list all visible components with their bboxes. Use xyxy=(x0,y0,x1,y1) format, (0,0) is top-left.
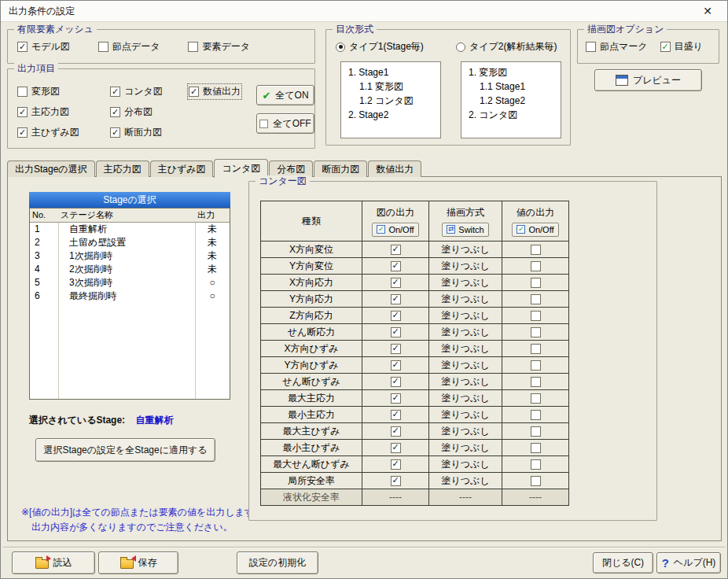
tab-0[interactable]: 出力Stageの選択 xyxy=(7,160,95,177)
checkbox[interactable] xyxy=(391,426,401,437)
checkbox-item[interactable]: 分布図 xyxy=(110,105,163,119)
checkbox-item[interactable]: 数値出力 xyxy=(189,85,241,98)
tab-2[interactable]: 主ひずみ図 xyxy=(150,160,214,177)
contour-draw-style-cell[interactable]: 塗りつぶし xyxy=(429,440,502,456)
stage-row[interactable]: 2土留め壁設置未 xyxy=(30,236,230,249)
checkbox[interactable] xyxy=(391,377,401,387)
checkbox[interactable] xyxy=(98,42,108,52)
stage-row[interactable]: 31次掘削時未 xyxy=(30,249,230,263)
stage-row[interactable]: 1自重解析未 xyxy=(30,223,230,236)
radio-icon[interactable] xyxy=(456,42,465,52)
checkbox[interactable] xyxy=(531,245,541,255)
checkbox[interactable] xyxy=(531,426,541,437)
checkbox[interactable] xyxy=(189,87,199,97)
tab-6[interactable]: 数値出力 xyxy=(368,160,421,177)
checkbox[interactable] xyxy=(531,360,541,371)
checkbox[interactable] xyxy=(17,127,28,138)
contour-draw-style-cell[interactable]: 塗りつぶし xyxy=(429,341,502,357)
checkbox[interactable] xyxy=(531,459,541,470)
checkbox[interactable] xyxy=(17,42,28,52)
contour-draw-style-cell[interactable]: 塗りつぶし xyxy=(429,275,502,291)
checkbox[interactable] xyxy=(391,327,401,337)
checkbox-item[interactable]: コンタ図 xyxy=(110,85,163,98)
checkbox[interactable] xyxy=(391,443,401,453)
contour-draw-style-cell[interactable]: 塗りつぶし xyxy=(429,390,502,407)
tab-1[interactable]: 主応力図 xyxy=(96,160,149,177)
draw-style-switch-button[interactable]: Switch xyxy=(442,223,488,237)
checkbox-item[interactable]: 節点マーク xyxy=(586,40,648,53)
contour-draw-style-cell[interactable]: 塗りつぶし xyxy=(429,374,502,390)
checkbox[interactable] xyxy=(110,127,120,138)
stage-row[interactable]: 53次掘削時○ xyxy=(30,276,230,290)
checkbox[interactable] xyxy=(110,87,120,97)
checkbox[interactable] xyxy=(391,311,401,321)
checkbox-item[interactable]: モデル図 xyxy=(17,40,70,53)
contour-draw-style-cell[interactable]: 塗りつぶし xyxy=(429,423,502,440)
checkbox[interactable] xyxy=(531,311,541,321)
load-button[interactable]: 読込 xyxy=(12,551,95,574)
contour-draw-style-cell[interactable]: 塗りつぶし xyxy=(429,357,502,374)
contour-draw-style-cell[interactable]: 塗りつぶし xyxy=(429,473,502,489)
toc-type1-radio[interactable]: タイプ1(Stage毎) xyxy=(336,40,424,53)
checkbox[interactable] xyxy=(188,42,198,52)
reset-settings-button[interactable]: 設定の初期化 xyxy=(237,551,318,574)
help-button[interactable]: ? ヘルプ(H) xyxy=(656,552,721,573)
checkbox[interactable] xyxy=(391,294,401,304)
toc-type2-radio[interactable]: タイプ2(解析結果毎) xyxy=(456,40,557,53)
checkbox[interactable] xyxy=(531,294,541,304)
checkbox[interactable] xyxy=(531,393,541,404)
contour-draw-style-cell[interactable]: 塗りつぶし xyxy=(429,308,502,324)
value-output-onoff-button[interactable]: On/Off xyxy=(512,223,558,237)
checkbox[interactable] xyxy=(391,278,401,288)
checkbox-item[interactable]: 要素データ xyxy=(188,40,250,53)
checkbox[interactable] xyxy=(531,443,541,453)
checkbox[interactable] xyxy=(391,393,401,404)
radio-icon[interactable] xyxy=(336,42,345,52)
figure-output-onoff-button[interactable]: On/Off xyxy=(372,223,418,237)
checkbox[interactable] xyxy=(110,107,120,117)
checkbox-item[interactable]: 主ひずみ図 xyxy=(17,126,79,139)
contour-draw-style-cell[interactable]: 塗りつぶし xyxy=(429,324,502,341)
contour-figure-output-cell: ---- xyxy=(362,489,429,506)
checkbox[interactable] xyxy=(660,42,671,52)
contour-draw-style-cell[interactable]: 塗りつぶし xyxy=(429,407,502,423)
checkbox[interactable] xyxy=(391,245,401,255)
checkbox[interactable] xyxy=(531,278,541,288)
checkbox-item[interactable]: 変形図 xyxy=(17,85,79,98)
checkbox[interactable] xyxy=(391,344,401,354)
checkbox[interactable] xyxy=(391,476,401,486)
all-off-button[interactable]: 全てOFF xyxy=(256,113,314,134)
checkbox[interactable] xyxy=(391,459,401,470)
contour-draw-style-cell[interactable]: 塗りつぶし xyxy=(429,242,502,258)
checkbox[interactable] xyxy=(531,410,541,420)
apply-to-all-stages-button[interactable]: 選択Stageの設定を全Stageに適用する xyxy=(35,438,215,462)
checkbox[interactable] xyxy=(531,261,541,271)
tab-4[interactable]: 分布図 xyxy=(269,160,313,177)
contour-type-label: X方向ひずみ xyxy=(261,341,362,357)
checkbox-item[interactable]: 目盛り xyxy=(660,40,703,53)
stage-row[interactable]: 6最終掘削時○ xyxy=(30,290,230,303)
checkbox-item[interactable]: 節点データ xyxy=(98,40,160,53)
checkbox[interactable] xyxy=(17,87,28,97)
close-icon[interactable]: ✕ xyxy=(696,5,719,17)
checkbox[interactable] xyxy=(531,327,541,337)
tab-5[interactable]: 断面力図 xyxy=(314,160,367,177)
checkbox[interactable] xyxy=(531,476,541,486)
contour-draw-style-cell[interactable]: 塗りつぶし xyxy=(429,258,502,275)
checkbox[interactable] xyxy=(391,410,401,420)
close-button[interactable]: 閉じる(C) xyxy=(593,552,653,573)
save-button[interactable]: 保存 xyxy=(98,551,178,574)
all-on-button[interactable]: ✔ 全てON xyxy=(256,85,314,105)
checkbox[interactable] xyxy=(531,344,541,354)
preview-button[interactable]: プレビュー xyxy=(594,69,702,91)
checkbox-item[interactable]: 断面力図 xyxy=(110,126,163,139)
checkbox[interactable] xyxy=(531,377,541,387)
checkbox[interactable] xyxy=(391,261,401,271)
checkbox[interactable] xyxy=(586,42,596,52)
stage-row[interactable]: 42次掘削時未 xyxy=(30,263,230,276)
checkbox[interactable] xyxy=(391,360,401,371)
contour-draw-style-cell[interactable]: 塗りつぶし xyxy=(429,291,502,308)
contour-draw-style-cell[interactable]: 塗りつぶし xyxy=(429,456,502,473)
checkbox[interactable] xyxy=(17,107,28,117)
checkbox-item[interactable]: 主応力図 xyxy=(17,105,79,119)
